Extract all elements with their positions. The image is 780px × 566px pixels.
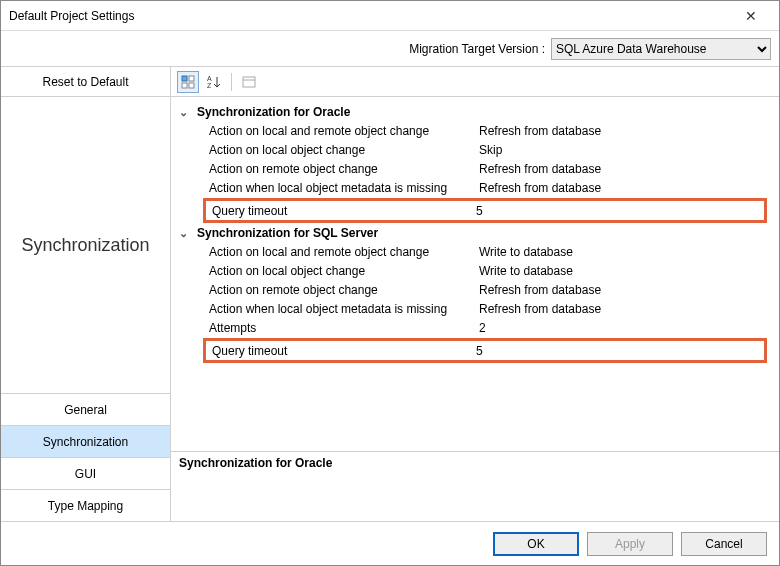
tab-gui[interactable]: GUI: [1, 457, 170, 489]
svg-text:A: A: [207, 75, 212, 82]
window-title: Default Project Settings: [9, 9, 731, 23]
main-area: Reset to Default Synchronization General…: [1, 67, 779, 521]
dialog-buttons: OK Apply Cancel: [1, 521, 779, 565]
migration-target-select[interactable]: SQL Azure Data Warehouse: [551, 38, 771, 60]
section-title: Synchronization for Oracle: [197, 105, 350, 119]
svg-text:Z: Z: [207, 82, 212, 89]
alphabetical-view-button[interactable]: A Z: [203, 71, 225, 93]
property-pages-icon: [242, 75, 256, 89]
ok-button[interactable]: OK: [493, 532, 579, 556]
svg-rect-1: [189, 76, 194, 81]
section-rows-sqlserver: Action on local and remote object change…: [177, 242, 771, 363]
svg-rect-2: [182, 83, 187, 88]
page-title: Synchronization: [1, 97, 170, 393]
section-header-oracle[interactable]: ⌄ Synchronization for Oracle: [177, 103, 771, 121]
property-row-highlighted[interactable]: Query timeout5: [203, 198, 767, 223]
property-row[interactable]: Attempts2: [177, 318, 771, 337]
sort-az-icon: A Z: [207, 75, 221, 89]
cancel-button[interactable]: Cancel: [681, 532, 767, 556]
dialog-window: Default Project Settings ✕ Migration Tar…: [0, 0, 780, 566]
categorized-icon: [181, 75, 195, 89]
nav-tabs: General Synchronization GUI Type Mapping: [1, 393, 170, 521]
property-row[interactable]: Action when local object metadata is mis…: [177, 299, 771, 318]
svg-rect-3: [189, 83, 194, 88]
section-rows-oracle: Action on local and remote object change…: [177, 121, 771, 223]
svg-rect-0: [182, 76, 187, 81]
section-header-sqlserver[interactable]: ⌄ Synchronization for SQL Server: [177, 224, 771, 242]
titlebar: Default Project Settings ✕: [1, 1, 779, 31]
close-icon[interactable]: ✕: [731, 8, 771, 24]
property-grid[interactable]: ⌄ Synchronization for Oracle Action on l…: [171, 97, 779, 451]
svg-rect-7: [243, 77, 255, 87]
description-area: Synchronization for Oracle: [171, 451, 779, 521]
tab-type-mapping[interactable]: Type Mapping: [1, 489, 170, 521]
description-title: Synchronization for Oracle: [179, 456, 771, 470]
chevron-down-icon[interactable]: ⌄: [177, 227, 189, 240]
chevron-down-icon[interactable]: ⌄: [177, 106, 189, 119]
toolbar-separator: [231, 73, 232, 91]
apply-button: Apply: [587, 532, 673, 556]
migration-target-row: Migration Target Version : SQL Azure Dat…: [1, 31, 779, 67]
right-column: A Z ⌄ Synchronization: [171, 67, 779, 521]
tab-general[interactable]: General: [1, 393, 170, 425]
categorized-view-button[interactable]: [177, 71, 199, 93]
migration-target-label: Migration Target Version :: [409, 42, 545, 56]
property-row[interactable]: Action on local and remote object change…: [177, 242, 771, 261]
property-row[interactable]: Action on local object changeWrite to da…: [177, 261, 771, 280]
property-grid-toolbar: A Z: [171, 67, 779, 97]
property-row[interactable]: Action on local object changeSkip: [177, 140, 771, 159]
property-row[interactable]: Action on remote object changeRefresh fr…: [177, 280, 771, 299]
property-row[interactable]: Action when local object metadata is mis…: [177, 178, 771, 197]
property-row[interactable]: Action on remote object changeRefresh fr…: [177, 159, 771, 178]
left-column: Reset to Default Synchronization General…: [1, 67, 171, 521]
property-pages-button[interactable]: [238, 71, 260, 93]
property-row[interactable]: Action on local and remote object change…: [177, 121, 771, 140]
reset-to-default-button[interactable]: Reset to Default: [1, 67, 170, 97]
property-row-highlighted[interactable]: Query timeout5: [203, 338, 767, 363]
tab-synchronization[interactable]: Synchronization: [1, 425, 170, 457]
section-title: Synchronization for SQL Server: [197, 226, 378, 240]
